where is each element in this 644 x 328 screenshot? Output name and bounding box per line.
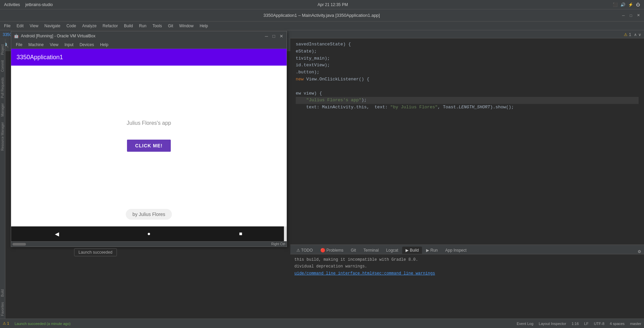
menu-analyze[interactable]: Analyze	[79, 23, 99, 29]
tab-git[interactable]: Git	[348, 247, 359, 254]
emulator-menu-file[interactable]: File	[13, 42, 25, 48]
sidebar-build-variants[interactable]: Build	[1, 289, 4, 297]
status-encoding: UTF-8	[594, 322, 604, 326]
menu-view[interactable]: View	[27, 23, 41, 29]
code-editor: ⚠ 1 ∧ ∨ savedInstanceState) { eState); t…	[290, 31, 644, 319]
ide-title: 3350Application1 – MainActivity.java [33…	[23, 13, 620, 18]
status-bar-left: ⚠ 1 Launch succeeded (a minute ago)	[3, 321, 71, 326]
menu-git[interactable]: Git	[165, 23, 176, 29]
warning-count: 1	[629, 32, 631, 37]
android-app-toolbar: 3350Application1	[11, 49, 287, 66]
launch-succeeded-toast: Launch succeeded	[74, 248, 117, 256]
code-line-2: eState);	[296, 48, 639, 55]
system-bar: Activities jetbrains-studio Apr 21 12:35…	[0, 0, 644, 9]
code-line-7	[296, 83, 639, 90]
screen-icon: ⬛	[613, 2, 618, 7]
left-strip: Project Commit Pull Requests Manager Res…	[0, 39, 5, 319]
emulator-titlebar: 🤖 Android [Running] - Oracle VM VirtualB…	[11, 31, 287, 41]
status-bar-right: Event Log Layout Inspector 1:16 LF UTF-8…	[517, 322, 641, 326]
emulator-menubar: File Machine View Input Devices Help	[11, 41, 287, 49]
emulator-icon: 🤖	[14, 34, 19, 38]
emulator-close-button[interactable]: ✕	[279, 33, 284, 39]
volume-icon: 🔊	[620, 2, 625, 7]
close-button[interactable]: ✕	[635, 12, 641, 19]
menu-tools[interactable]: Tools	[150, 23, 165, 29]
menu-code[interactable]: Code	[64, 23, 79, 29]
android-textview: Julius Flores's app	[127, 120, 171, 126]
menu-window[interactable]: Window	[176, 23, 196, 29]
sidebar-commit[interactable]: Commit	[1, 60, 4, 72]
emulator-menu-view[interactable]: View	[47, 42, 61, 48]
status-launch-success: Launch succeeded (a minute ago)	[14, 322, 70, 326]
emulator-minimize-button[interactable]: ─	[264, 33, 269, 39]
emulator-hscroll-thumb	[12, 243, 26, 246]
status-git-branch: master	[630, 322, 641, 326]
status-bar: ⚠ 1 Launch succeeded (a minute ago) Even…	[0, 319, 644, 328]
system-bar-left: Activities jetbrains-studio	[4, 2, 53, 7]
editor-nav-down[interactable]: ∨	[638, 32, 641, 37]
sidebar-resource[interactable]: Resource Manager	[1, 122, 4, 151]
activities-label[interactable]: Activities	[4, 2, 20, 7]
ide-menubar: File Edit View Navigate Code Analyze Ref…	[0, 22, 644, 30]
tab-logcat[interactable]: Logcat	[383, 247, 401, 254]
tab-todo[interactable]: ⚠ TODO	[293, 247, 316, 254]
code-line-8: ew view) {	[296, 90, 639, 97]
emulator-menu-devices[interactable]: Devices	[77, 42, 97, 48]
android-recents-button[interactable]: ■	[235, 228, 246, 239]
status-event-log[interactable]: Event Log	[517, 322, 534, 326]
code-line-1: savedInstanceState) {	[296, 41, 639, 48]
android-back-button[interactable]: ◀	[52, 228, 62, 239]
emulator-title-text: Android [Running] - Oracle VM VirtualBox	[21, 34, 95, 38]
maximize-button[interactable]: □	[628, 12, 634, 19]
editor-nav-up[interactable]: ∧	[634, 32, 637, 37]
sidebar-favorites[interactable]: Favorites	[1, 302, 4, 316]
battery-icon: ⚡	[628, 2, 633, 7]
menu-run[interactable]: Run	[136, 23, 149, 29]
sidebar-project[interactable]: Project	[1, 44, 4, 55]
emulator-window: 🤖 Android [Running] - Oracle VM VirtualB…	[11, 31, 287, 247]
bottom-panel: ⚠ TODO 🔴 Problems Git Terminal Logcat ▶ …	[290, 245, 644, 319]
android-navbar: ◀ ● ■	[11, 226, 287, 241]
emulator-menu-help[interactable]: Help	[97, 42, 111, 48]
editor-warning-bar: ⚠ 1 ∧ ∨	[290, 31, 644, 38]
emulator-menu-machine[interactable]: Machine	[26, 42, 46, 48]
status-line-col: 1:16	[572, 322, 579, 326]
tab-app-inspect[interactable]: App Inspect	[442, 247, 470, 254]
status-layout-inspector[interactable]: Layout Inspector	[539, 322, 566, 326]
tab-run[interactable]: ▶ Run	[423, 247, 441, 254]
build-line-2: dividual deprecation warnings.	[294, 263, 640, 270]
status-spaces: 4 spaces	[610, 322, 624, 326]
jetbrains-app[interactable]: jetbrains-studio	[25, 2, 53, 7]
android-content: Julius Flores's app CLICK ME! by Julius …	[11, 66, 287, 226]
menu-help[interactable]: Help	[197, 23, 211, 29]
tab-build[interactable]: ▶ Build	[402, 247, 422, 254]
bottom-content: this build, making it incompatible with …	[290, 254, 644, 319]
menu-build[interactable]: Build	[121, 23, 136, 29]
emulator-maximize-button[interactable]: □	[271, 33, 277, 39]
menu-navigate[interactable]: Navigate	[42, 23, 63, 29]
android-home-button[interactable]: ●	[143, 228, 154, 239]
tab-terminal[interactable]: Terminal	[360, 247, 382, 254]
sidebar-manager[interactable]: Manager	[1, 103, 4, 116]
emulator-controls: ─ □ ✕	[264, 33, 284, 39]
menu-refactor[interactable]: Refactor	[100, 23, 121, 29]
emulator-menu-input[interactable]: Input	[62, 42, 76, 48]
android-app: 3350Application1 Julius Flores's app CLI…	[11, 49, 287, 241]
code-line-highlighted: "Julius Flores's app");	[296, 97, 639, 104]
emulator-hscrollbar[interactable]: Right Ctrl	[11, 241, 287, 247]
power-icon: ⏻	[636, 2, 640, 7]
menu-file[interactable]: File	[1, 23, 13, 29]
bottom-settings-btn[interactable]: ⚙	[638, 249, 641, 254]
emulator-title: 🤖 Android [Running] - Oracle VM VirtualB…	[14, 34, 95, 38]
minimize-button[interactable]: ─	[620, 12, 626, 19]
android-click-button[interactable]: CLICK ME!	[127, 140, 170, 152]
sidebar-pull-requests[interactable]: Pull Requests	[1, 77, 4, 98]
menu-edit[interactable]: Edit	[14, 23, 26, 29]
build-line-1: this build, making it incompatible with …	[294, 256, 640, 263]
android-bottom-text: by Julius Flores	[126, 209, 172, 220]
status-warning: ⚠ 1	[3, 321, 9, 326]
build-link[interactable]: uide/command_line_interface.html#sec:com…	[294, 271, 435, 276]
code-line-5: .button);	[296, 69, 639, 76]
tab-problems[interactable]: 🔴 Problems	[317, 247, 347, 254]
bottom-tabs: ⚠ TODO 🔴 Problems Git Terminal Logcat ▶ …	[290, 245, 644, 254]
